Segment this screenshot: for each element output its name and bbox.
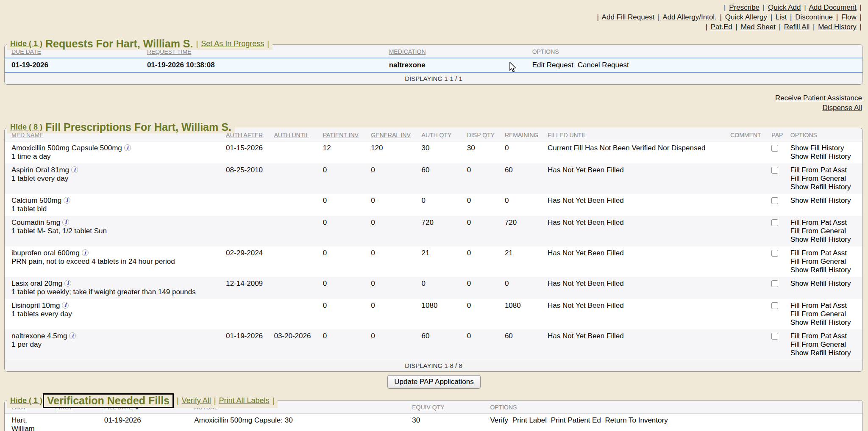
fill-row: ibuprofen oral 600mgi PRN pain, not to e… [5, 246, 862, 277]
auth-until [270, 216, 319, 246]
nav-link-prescribe[interactable]: Prescribe [729, 3, 760, 11]
option-link[interactable]: Show Fill History [790, 144, 859, 152]
option-link[interactable]: Show Refill History [790, 318, 859, 327]
option-link[interactable]: Fill From General [790, 310, 859, 318]
verification-hide-link[interactable]: Hide ( 1 ) [10, 396, 42, 405]
print-patient-ed-link[interactable]: Print Patient Ed [551, 416, 601, 424]
separator: | [860, 23, 862, 31]
patient-first-name [52, 414, 100, 431]
option-link[interactable]: Fill From Pat Asst [790, 218, 859, 227]
option-link[interactable]: Show Refill History [790, 349, 859, 357]
nav-link-add-fill-request[interactable]: Add Fill Request [602, 13, 655, 21]
verify-all-link[interactable]: Verify All [182, 396, 211, 405]
option-link[interactable]: Show Refill History [790, 196, 859, 205]
separator: | [214, 396, 216, 405]
info-icon[interactable]: i [64, 197, 70, 204]
option-link[interactable]: Fill From Pat Asst [790, 166, 859, 174]
requests-table-container: DUE DATE REQUEST TIME MEDICATION OPTIONS… [4, 44, 863, 85]
option-link[interactable]: Show Refill History [790, 266, 859, 274]
requests-hide-link[interactable]: Hide ( 1 ) [10, 39, 42, 48]
column-header-auth-qty: AUTH QTY [418, 128, 464, 141]
nav-link-med-history[interactable]: Med History [818, 23, 857, 31]
auth-until: 03-20-2026 [270, 329, 319, 360]
option-link[interactable]: Fill From General [790, 227, 859, 235]
nav-link-add-allergy-intol[interactable]: Add Allergy/Intol. [662, 13, 717, 21]
pap-checkbox[interactable] [771, 167, 778, 174]
cancel-request-link[interactable]: Cancel Request [578, 61, 629, 69]
requests-displaying-count: DISPLAYING 1-1 / 1 [5, 73, 862, 84]
column-header-filled-until: FILLED UNTIL [544, 128, 727, 141]
info-icon[interactable]: i [62, 219, 69, 226]
option-link[interactable]: Show Refill History [790, 183, 859, 191]
edit-request-link[interactable]: Edit Request [532, 61, 573, 69]
verification-section-title: Verification Needed Fills [43, 393, 174, 408]
column-header-general-inv[interactable]: GENERAL INV [367, 128, 418, 141]
column-header-equiv-qty[interactable]: EQUIV QTY [409, 401, 487, 414]
pap-checkbox[interactable] [771, 145, 778, 152]
pap-checkbox[interactable] [771, 197, 778, 204]
column-header-patient-inv[interactable]: PATIENT INV [320, 128, 367, 141]
option-link[interactable]: Show Refill History [790, 279, 859, 288]
comment [727, 246, 768, 277]
option-link[interactable]: Show Refill History [790, 235, 859, 244]
info-icon[interactable]: i [64, 280, 71, 287]
nav-link-flow[interactable]: Flow [841, 13, 857, 21]
option-link[interactable]: Fill From General [790, 257, 859, 266]
receive-patient-assistance-link[interactable]: Receive Patient Assistance [775, 94, 862, 102]
request-options: Edit Request Cancel Request [529, 58, 862, 72]
info-icon[interactable]: i [62, 302, 69, 309]
pap-checkbox[interactable] [771, 280, 778, 287]
auth-qty: 720 [418, 216, 464, 246]
column-header-auth-until[interactable]: AUTH UNTIL [270, 128, 319, 141]
auth-qty: 0 [418, 277, 464, 299]
fill-section-title: Fill Prescriptions For Hart, William S. [45, 121, 231, 133]
patient-inv: 0 [320, 163, 367, 194]
option-link[interactable]: Fill From Pat Asst [790, 301, 859, 310]
print-all-labels-link[interactable]: Print All Labels [219, 396, 269, 405]
nav-link-list[interactable]: List [776, 13, 787, 21]
requests-section: Hide ( 1 ) Requests For Hart, William S.… [4, 44, 863, 85]
option-link[interactable]: Fill From General [790, 174, 859, 183]
fill-row: Aspirin Oral 81mgi 1 tablet every day 08… [5, 163, 862, 194]
option-link[interactable]: Fill From General [790, 340, 859, 349]
dispense-all-link[interactable]: Dispense All [822, 104, 862, 112]
print-label-link[interactable]: Print Label [512, 416, 547, 424]
pap-checkbox[interactable] [771, 302, 778, 309]
verify-link[interactable]: Verify [490, 416, 508, 424]
pap-checkbox[interactable] [771, 333, 778, 340]
auth-qty: 60 [418, 163, 464, 194]
separator: | [720, 13, 722, 21]
med-sig: 1 tablet M- Sat, 1/2 tablet Sun [11, 227, 219, 235]
fill-row: naltrexone 4.5mgi 1 per day 01-19-2026 0… [5, 329, 862, 360]
request-medication: naltrexone [386, 58, 529, 72]
auth-qty: 0 [418, 194, 464, 216]
med-sig: 1 per day [11, 340, 219, 349]
option-link[interactable]: Fill From Pat Asst [790, 249, 859, 257]
disp-qty: 0 [464, 277, 501, 299]
return-to-inventory-link[interactable]: Return To Inventory [605, 416, 668, 424]
nav-link-discontinue[interactable]: Discontinue [795, 13, 833, 21]
info-icon[interactable]: i [71, 166, 78, 173]
pap-checkbox[interactable] [771, 250, 778, 257]
set-as-in-progress-link[interactable]: Set As In Progress [201, 39, 264, 48]
med-cell: ibuprofen oral 600mgi PRN pain, not to e… [5, 246, 223, 277]
nav-link-add-document[interactable]: Add Document [809, 3, 856, 11]
option-link[interactable]: Show Refill History [790, 152, 859, 161]
nav-link-med-sheet[interactable]: Med Sheet [741, 23, 776, 31]
nav-link-pat-ed[interactable]: Pat.Ed [711, 23, 732, 31]
update-pap-applications-button[interactable]: Update PAP Applications [387, 375, 480, 389]
info-icon[interactable]: i [124, 144, 131, 151]
fill-hide-link[interactable]: Hide ( 8 ) [10, 123, 42, 132]
column-header-options: OPTIONS [487, 401, 862, 414]
info-icon[interactable]: i [82, 249, 89, 256]
column-header-medication[interactable]: MEDICATION [386, 45, 529, 58]
info-icon[interactable]: i [69, 332, 76, 339]
pap-cell [768, 299, 787, 329]
pap-checkbox[interactable] [771, 219, 778, 226]
option-link[interactable]: Fill From Pat Asst [790, 332, 859, 340]
request-time: 01-19-2026 10:38:08 [144, 58, 386, 72]
nav-link-quick-add[interactable]: Quick Add [768, 3, 801, 11]
nav-link-refill-all[interactable]: Refill All [784, 23, 810, 31]
request-row[interactable]: 01-19-2026 01-19-2026 10:38:08 naltrexon… [5, 58, 862, 72]
nav-link-quick-allergy[interactable]: Quick Allergy [725, 13, 767, 21]
